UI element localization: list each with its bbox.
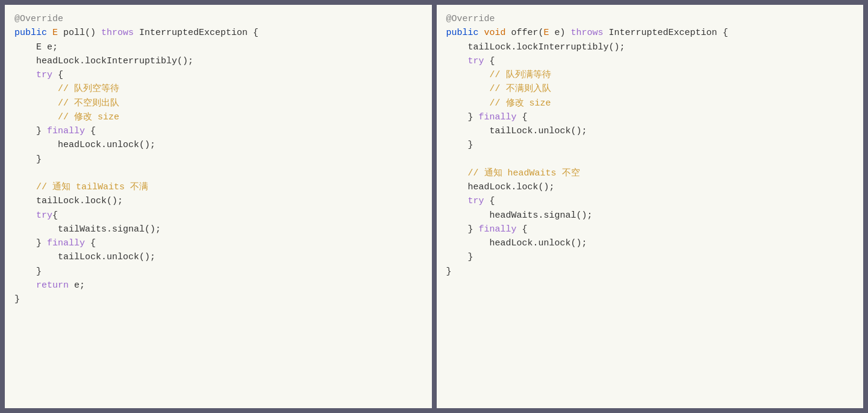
poll-code-panel[interactable]: @Override public E poll() throws Interru… — [5, 5, 432, 408]
code-line: headLock.unlock(); — [14, 138, 422, 152]
annotation-line: @Override — [446, 12, 854, 26]
blank-line — [14, 166, 422, 180]
signature-line: public void offer(E e) throws Interrupte… — [446, 26, 854, 40]
blank-line — [446, 153, 854, 166]
code-line: tailLock.lockInterruptibly(); — [446, 40, 854, 54]
code-line: E e; — [14, 40, 422, 54]
code-line: headLock.unlock(); — [446, 236, 854, 250]
code-line: try{ — [14, 209, 422, 222]
code-line: // 修改 size — [446, 96, 854, 110]
code-line: // 通知 headWaits 不空 — [446, 166, 854, 180]
code-line: } — [446, 250, 854, 264]
code-line: return e; — [14, 279, 422, 292]
main-container: @Override public E poll() throws Interru… — [0, 0, 868, 413]
code-line: // 队列空等待 — [14, 82, 422, 96]
code-line: } — [446, 265, 854, 279]
code-line: try { — [446, 194, 854, 208]
code-line: } — [14, 153, 422, 166]
code-line: tailWaits.signal(); — [14, 222, 422, 236]
code-line: // 不空则出队 — [14, 96, 422, 110]
signature-line: public E poll() throws InterruptedExcept… — [14, 26, 422, 40]
code-line: } — [446, 138, 854, 152]
code-line: tailLock.lock(); — [14, 194, 422, 208]
code-line: // 通知 tailWaits 不满 — [14, 180, 422, 194]
offer-code-panel[interactable]: @Override public void offer(E e) throws … — [437, 5, 864, 408]
code-line: tailLock.unlock(); — [14, 250, 422, 264]
code-line: } — [14, 265, 422, 279]
code-line: // 不满则入队 — [446, 82, 854, 96]
code-line: try { — [14, 68, 422, 82]
code-line: } finally { — [14, 124, 422, 138]
code-line: headLock.lock(); — [446, 180, 854, 194]
code-line: } finally { — [446, 110, 854, 124]
code-line: try { — [446, 54, 854, 68]
code-line: } finally { — [14, 236, 422, 250]
code-line: tailLock.unlock(); — [446, 124, 854, 138]
code-line: } — [14, 292, 422, 306]
code-line: headLock.lockInterruptibly(); — [14, 54, 422, 68]
annotation-line: @Override — [14, 12, 422, 26]
code-line: } finally { — [446, 222, 854, 236]
code-line: headWaits.signal(); — [446, 209, 854, 222]
code-line: // 队列满等待 — [446, 68, 854, 82]
code-line: // 修改 size — [14, 110, 422, 124]
